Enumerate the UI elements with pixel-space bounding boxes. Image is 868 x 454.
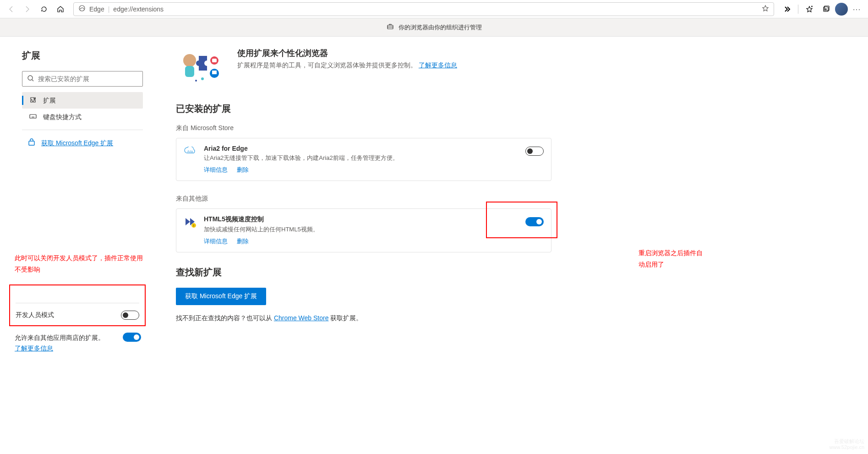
managed-banner: 你的浏览器由你的组织进行管理 <box>0 18 868 37</box>
svg-text:!: ! <box>193 224 194 227</box>
hero: 使用扩展来个性化浏览器 扩展程序是简单的工具，可自定义浏览器体验并提供更多控制。… <box>176 48 850 84</box>
ext-title: Aria2 for Edge <box>204 145 518 152</box>
annotation-dev-mode-note: 此时可以关闭开发人员模式了，插件正常使用不受影响 <box>15 252 143 275</box>
page-title: 扩展 <box>22 49 143 62</box>
svg-rect-20 <box>185 66 194 77</box>
favorite-star-icon[interactable] <box>762 5 769 13</box>
hero-illustration <box>176 48 226 84</box>
address-separator: | <box>108 5 110 13</box>
main-content: 使用扩展来个性化浏览器 扩展程序是简单的工具，可自定义浏览器体验并提供更多控制。… <box>158 37 868 454</box>
browser-toolbar: Edge | edge://extensions ··· <box>0 0 868 18</box>
ext-details-link[interactable]: 详细信息 <box>204 238 228 245</box>
installed-heading: 已安装的扩展 <box>176 103 850 115</box>
favorites-icon[interactable] <box>802 2 817 16</box>
svg-point-9 <box>28 76 33 80</box>
briefcase-icon <box>387 23 394 32</box>
sidebar-item-shortcuts[interactable]: 键盘快捷方式 <box>22 109 143 125</box>
managed-banner-text: 你的浏览器由你的组织进行管理 <box>399 23 482 32</box>
get-extensions-button[interactable]: 获取 Microsoft Edge 扩展 <box>176 288 266 305</box>
puzzle-icon <box>29 96 37 105</box>
sidebar-item-extensions[interactable]: 扩展 <box>22 92 143 109</box>
collections-icon[interactable] <box>819 2 833 16</box>
extension-card-aria2: Aria Aria2 for Edge 让Aria2无缝接管下载，加速下载体验，… <box>176 138 551 181</box>
profile-avatar[interactable] <box>835 3 848 16</box>
edge-icon <box>78 5 86 13</box>
svg-point-19 <box>183 54 196 67</box>
get-edge-extensions-link[interactable]: 获取 Microsoft Edge 扩展 <box>41 139 113 148</box>
svg-point-25 <box>201 77 204 80</box>
home-button[interactable] <box>53 2 68 16</box>
ext-details-link[interactable]: 详细信息 <box>204 166 228 173</box>
from-store-label: 来自 Microsoft Store <box>176 124 850 132</box>
allow-other-stores-link[interactable]: 了解更多信息 <box>15 345 53 352</box>
sidebar-item-label: 键盘快捷方式 <box>43 113 82 121</box>
sidebar-item-label: 扩展 <box>43 96 56 105</box>
svg-rect-24 <box>212 71 217 74</box>
svg-text:Aria: Aria <box>187 150 193 153</box>
more-menu-icon[interactable]: ··· <box>850 2 864 16</box>
from-other-label: 来自其他源 <box>176 195 850 203</box>
address-site-label: Edge <box>89 5 104 13</box>
keyboard-icon <box>29 112 37 121</box>
find-new-heading: 查找新扩展 <box>176 266 850 279</box>
get-edge-extensions-link-wrapper: 获取 Microsoft Edge 扩展 <box>22 135 143 148</box>
hero-title: 使用扩展来个性化浏览器 <box>237 48 457 59</box>
hero-desc: 扩展程序是简单的工具，可自定义浏览器体验并提供更多控制。 <box>237 61 417 69</box>
allow-other-stores-label: 允许来自其他应用商店的扩展。 <box>15 334 104 341</box>
annotation-auto-enabled-note: 重启浏览器之后插件自动启用了 <box>639 247 703 270</box>
svg-point-0 <box>79 5 85 11</box>
svg-point-26 <box>195 80 197 82</box>
svg-line-10 <box>32 80 33 81</box>
find-new-desc-suffix: 获取扩展。 <box>330 314 362 322</box>
search-input-container[interactable] <box>22 71 143 87</box>
find-new-desc-prefix: 找不到正在查找的内容？也可以从 <box>176 314 274 322</box>
address-url: edge://extensions <box>113 5 758 13</box>
svg-rect-18 <box>29 141 34 145</box>
store-icon <box>27 138 36 148</box>
ext-title: HTML5视频速度控制 <box>204 215 518 224</box>
ext-remove-link[interactable]: 删除 <box>237 166 249 173</box>
svg-rect-11 <box>30 115 36 118</box>
search-input[interactable] <box>38 75 138 82</box>
chrome-web-store-link[interactable]: Chrome Web Store <box>274 314 329 322</box>
dev-mode-label: 开发人员模式 <box>16 311 54 319</box>
html5-speed-icon: ! <box>184 215 197 228</box>
ext-remove-link[interactable]: 删除 <box>237 238 249 245</box>
address-bar[interactable]: Edge | edge://extensions <box>73 2 774 16</box>
refresh-button[interactable] <box>37 2 51 16</box>
aria2-icon: Aria <box>184 145 197 158</box>
watermark: 吾爱破解论坛 www.52pojie.cn <box>830 438 864 450</box>
hero-learn-more-link[interactable]: 了解更多信息 <box>419 61 457 69</box>
extension-card-html5-speed: ! HTML5视频速度控制 加快或减慢任何网站上的任何HTML5视频。 详细信息… <box>176 208 551 252</box>
ext-desc: 让Aria2无缝接管下载，加速下载体验，内建Aria2前端，任务管理更方便。 <box>204 154 518 162</box>
ext-toggle-aria2[interactable] <box>525 147 544 156</box>
extensions-overflow-icon[interactable] <box>780 2 794 16</box>
dev-mode-toggle[interactable] <box>121 311 139 320</box>
ext-toggle-html5-speed[interactable] <box>525 217 544 226</box>
annotation-red-box-dev-mode: 开发人员模式 <box>9 284 146 326</box>
svg-rect-22 <box>212 59 217 62</box>
back-button[interactable] <box>4 2 18 16</box>
sidebar: 扩展 扩展 键盘快捷方式 获取 Microsoft Edge 扩展 <box>0 37 158 454</box>
forward-button[interactable] <box>20 2 35 16</box>
allow-other-stores-toggle[interactable] <box>123 333 141 342</box>
ext-desc: 加快或减慢任何网站上的任何HTML5视频。 <box>204 225 518 234</box>
toolbar-divider <box>798 5 798 14</box>
search-icon <box>27 75 38 83</box>
